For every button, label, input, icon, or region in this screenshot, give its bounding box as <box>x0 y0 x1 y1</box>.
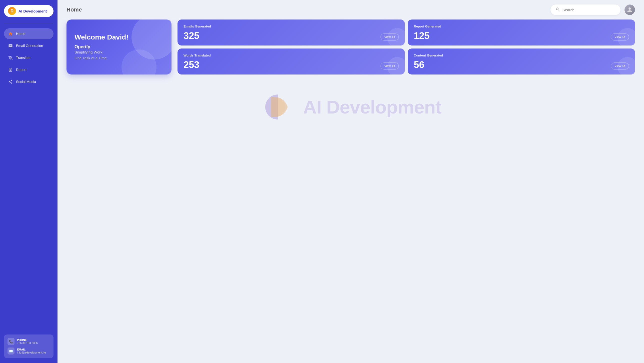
home-icon <box>8 31 13 36</box>
footer-phone: 📞 PHONE +36 30 153 3386 <box>8 338 50 345</box>
sidebar-item-email-generation[interactable]: Email Generation <box>4 40 54 51</box>
stat-view-btn-emails[interactable]: View <box>380 34 399 40</box>
watermark-logo-icon <box>260 90 295 124</box>
sidebar-item-home[interactable]: Home <box>4 28 54 39</box>
tagline-line1: Simplifying Work, <box>74 50 104 54</box>
welcome-brand: Operify <box>74 44 164 50</box>
report-icon <box>8 67 13 72</box>
content-area: Welcome David! Operify Simplifying Work,… <box>58 20 644 363</box>
header: Home <box>58 0 644 20</box>
logo-area[interactable]: D AI Development <box>4 5 54 17</box>
email-label: EMAIL <box>17 348 46 351</box>
stat-view-btn-report[interactable]: View <box>611 34 629 40</box>
stat-card-translate: Words Translated 253 View <box>178 48 405 74</box>
tagline-line2: One Task at a Time. <box>74 56 108 60</box>
sidebar-item-report-label: Report <box>16 68 26 72</box>
stat-value-emails: 325 <box>184 31 199 40</box>
svg-point-0 <box>271 98 285 116</box>
stat-value-content: 56 <box>414 60 424 70</box>
email-footer-icon: ✉️ <box>8 348 14 354</box>
cards-row: Welcome David! Operify Simplifying Work,… <box>66 20 635 74</box>
sidebar-item-social-label: Social Media <box>16 80 36 84</box>
avatar[interactable] <box>624 4 635 15</box>
sidebar-item-translate-label: Translate <box>16 56 30 60</box>
sidebar-item-home-label: Home <box>16 32 25 36</box>
stat-card-content: Content Generated 56 View <box>408 48 635 74</box>
watermark-area: AI Development <box>66 80 635 130</box>
logo-icon: D <box>8 7 16 15</box>
stat-card-report: Report Generated 125 View <box>408 20 635 46</box>
social-media-icon <box>8 79 13 84</box>
sidebar-footer: 📞 PHONE +36 30 153 3386 ✉️ EMAIL info@ai… <box>4 334 54 358</box>
stat-view-btn-content[interactable]: View <box>611 62 629 70</box>
translate-icon <box>8 55 13 60</box>
search-input[interactable] <box>562 8 616 12</box>
sidebar-item-email-label: Email Generation <box>16 44 43 48</box>
stat-value-report: 125 <box>414 31 430 40</box>
stat-label-translate: Words Translated <box>184 54 399 57</box>
logo-text: AI Development <box>18 9 47 13</box>
sidebar-divider <box>4 23 54 23</box>
email-value: info@aidevelopment.hu <box>17 351 46 354</box>
sidebar-item-report[interactable]: Report <box>4 64 54 75</box>
stats-grid: Emails Generated 325 View Report Generat… <box>178 20 635 74</box>
phone-value: +36 30 153 3386 <box>17 342 38 344</box>
sidebar: D AI Development Home Email Generation T… <box>0 0 58 363</box>
search-icon <box>556 7 560 12</box>
stat-view-btn-translate[interactable]: View <box>380 62 399 70</box>
welcome-card: Welcome David! Operify Simplifying Work,… <box>66 20 172 74</box>
sidebar-item-social-media[interactable]: Social Media <box>4 76 54 87</box>
stat-card-emails: Emails Generated 325 View <box>178 20 405 46</box>
stat-value-translate: 253 <box>184 60 199 70</box>
welcome-tagline: Simplifying Work, One Task at a Time. <box>74 50 164 61</box>
stat-label-report: Report Generated <box>414 24 629 28</box>
phone-icon: 📞 <box>8 338 14 345</box>
search-bar[interactable] <box>550 4 620 15</box>
stat-label-content: Content Generated <box>414 54 629 57</box>
sidebar-item-translate[interactable]: Translate <box>4 52 54 63</box>
stat-label-emails: Emails Generated <box>184 24 399 28</box>
user-avatar-image <box>624 4 635 15</box>
main-content: Home Welc <box>58 0 644 363</box>
footer-email: ✉️ EMAIL info@aidevelopment.hu <box>8 348 50 354</box>
welcome-title: Welcome David! <box>74 33 164 41</box>
page-title: Home <box>66 6 82 13</box>
watermark-text: AI Development <box>303 96 442 118</box>
phone-label: PHONE <box>17 338 38 342</box>
header-right <box>550 4 635 15</box>
email-icon <box>8 43 13 48</box>
